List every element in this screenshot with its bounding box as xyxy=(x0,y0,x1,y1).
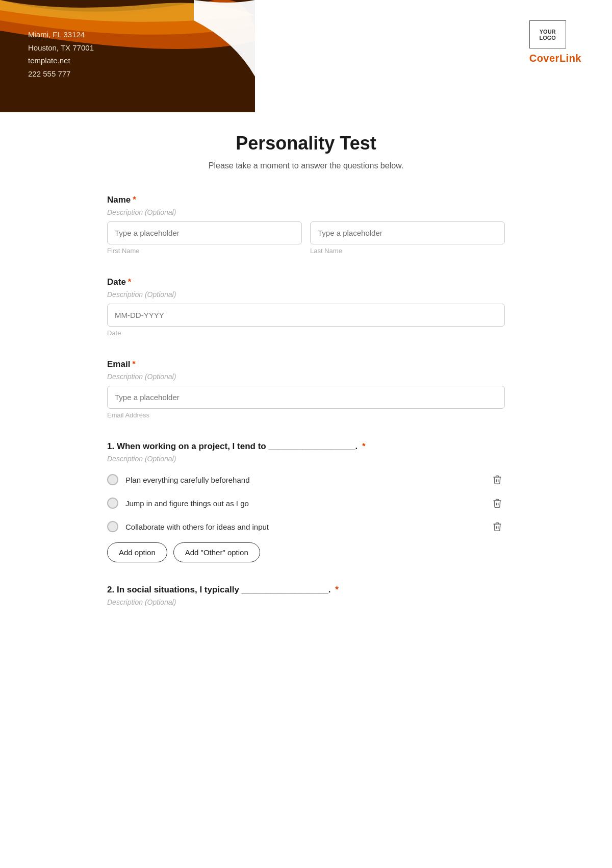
form-title: Personality Test xyxy=(107,133,505,154)
logo-box: YOURLOGO xyxy=(529,20,566,48)
date-label: Date* xyxy=(107,277,505,287)
q1-option-3-delete-button[interactable] xyxy=(490,519,505,534)
q1-option-3-row: Collaborate with others for ideas and in… xyxy=(107,519,505,534)
brand-name: CoverLink xyxy=(529,53,581,64)
date-sub-label: Date xyxy=(107,329,505,337)
name-label: Name* xyxy=(107,195,505,205)
name-input-row: First Name Last Name xyxy=(107,221,505,255)
question-1-section: 1. When working on a project, I tend to … xyxy=(107,441,505,562)
last-name-label: Last Name xyxy=(310,247,505,255)
q1-button-row: Add option Add "Other" option xyxy=(107,542,505,562)
question-2-section: 2. In social situations, I typically ___… xyxy=(107,585,505,606)
main-content: Personality Test Please take a moment to… xyxy=(97,112,515,659)
last-name-input[interactable] xyxy=(310,221,505,244)
date-input[interactable] xyxy=(107,304,505,327)
email-field-section: Email* Description (Optional) Email Addr… xyxy=(107,359,505,419)
email-label: Email* xyxy=(107,359,505,369)
page-header: Miami, FL 33124 Houston, TX 77001 templa… xyxy=(0,0,612,112)
email-required: * xyxy=(132,359,136,369)
first-name-label: First Name xyxy=(107,247,302,255)
email-sub-label: Email Address xyxy=(107,411,505,419)
q1-option-2-text: Jump in and figure things out as I go xyxy=(125,499,490,508)
email-input[interactable] xyxy=(107,386,505,409)
q1-option-3-radio[interactable] xyxy=(107,521,118,532)
first-name-input[interactable] xyxy=(107,221,302,244)
date-input-wrapper: Date xyxy=(107,304,505,337)
q1-option-2-delete-button[interactable] xyxy=(490,495,505,511)
q2-required: * xyxy=(333,585,339,594)
add-other-option-button[interactable]: Add "Other" option xyxy=(173,542,260,562)
date-field-section: Date* Description (Optional) Date xyxy=(107,277,505,337)
q1-option-2-row: Jump in and figure things out as I go xyxy=(107,495,505,511)
q1-option-1-radio[interactable] xyxy=(107,474,118,485)
question-2-label: 2. In social situations, I typically ___… xyxy=(107,585,505,595)
q1-option-1-delete-button[interactable] xyxy=(490,472,505,487)
email-description: Description (Optional) xyxy=(107,373,505,381)
question-2-description: Description (Optional) xyxy=(107,598,505,606)
name-description: Description (Optional) xyxy=(107,208,505,216)
q1-option-1-row: Plan everything carefully beforehand xyxy=(107,472,505,487)
add-option-button[interactable]: Add option xyxy=(107,542,167,562)
date-required: * xyxy=(128,277,132,287)
logo-area: YOURLOGO CoverLink xyxy=(529,20,581,64)
question-1-description: Description (Optional) xyxy=(107,455,505,463)
q1-option-1-text: Plan everything carefully beforehand xyxy=(125,476,490,484)
first-name-wrapper: First Name xyxy=(107,221,302,255)
email-input-wrapper: Email Address xyxy=(107,386,505,419)
last-name-wrapper: Last Name xyxy=(310,221,505,255)
date-description: Description (Optional) xyxy=(107,290,505,299)
q1-option-3-text: Collaborate with others for ideas and in… xyxy=(125,523,490,531)
form-subtitle: Please take a moment to answer the quest… xyxy=(107,161,505,170)
name-field-section: Name* Description (Optional) First Name … xyxy=(107,195,505,255)
header-address: Miami, FL 33124 Houston, TX 77001 templa… xyxy=(28,28,94,80)
question-1-label: 1. When working on a project, I tend to … xyxy=(107,441,505,452)
name-required: * xyxy=(133,195,136,205)
q1-option-2-radio[interactable] xyxy=(107,498,118,509)
q1-required: * xyxy=(360,441,365,451)
